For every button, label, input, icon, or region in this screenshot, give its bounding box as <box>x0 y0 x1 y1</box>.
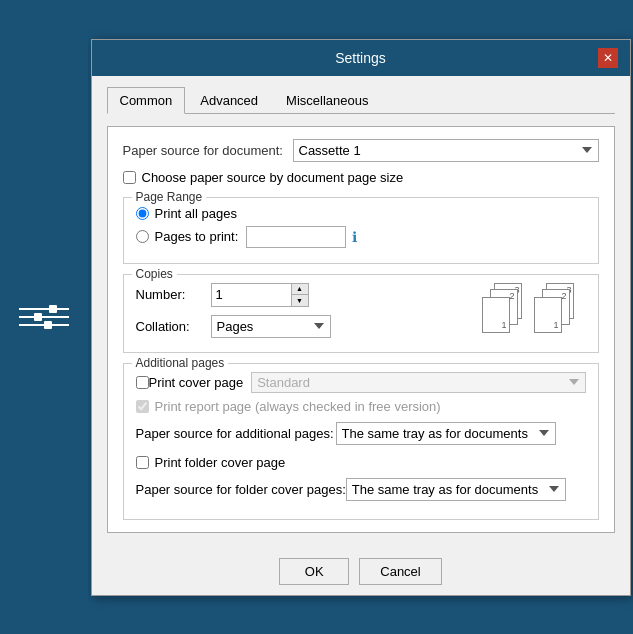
paper-source-folder-row: Paper source for folder cover pages: The… <box>136 478 586 501</box>
additional-pages-label: Additional pages <box>132 356 229 370</box>
info-icon: ℹ <box>352 229 357 245</box>
dialog-title: Settings <box>124 50 598 66</box>
collation-row: Collation: Pages Copies <box>136 315 462 338</box>
print-folder-row: Print folder cover page <box>136 455 586 470</box>
pages-to-print-radio[interactable] <box>136 230 149 243</box>
print-all-radio[interactable] <box>136 207 149 220</box>
page-range-group: Page Range Print all pages Pages to prin… <box>123 197 599 264</box>
number-input[interactable] <box>211 283 291 307</box>
paper-source-folder-select[interactable]: The same tray as for documents <box>346 478 566 501</box>
print-report-row: Print report page (always checked in fre… <box>136 399 586 414</box>
number-spinner: ▲ ▼ <box>211 283 309 307</box>
choose-paper-label: Choose paper source by document page siz… <box>142 170 404 185</box>
slider-handle-3 <box>44 321 52 329</box>
print-all-row: Print all pages <box>136 206 586 221</box>
tab-miscellaneous[interactable]: Miscellaneous <box>273 87 381 114</box>
print-folder-checkbox[interactable] <box>136 456 149 469</box>
copies-group-label: Copies <box>132 267 177 281</box>
page-num-2b: 2 <box>561 291 566 301</box>
sidebar <box>0 0 88 634</box>
number-label: Number: <box>136 287 211 302</box>
cancel-button[interactable]: Cancel <box>359 558 441 585</box>
page-num-1a: 1 <box>501 320 506 330</box>
slider-handle-1 <box>49 305 57 313</box>
tab-common[interactable]: Common <box>107 87 186 114</box>
print-report-label: Print report page (always checked in fre… <box>155 399 441 414</box>
page-stack-1: 3 2 1 <box>482 283 522 333</box>
print-report-checkbox <box>136 400 149 413</box>
collation-label: Collation: <box>136 319 211 334</box>
paper-source-folder-label: Paper source for folder cover pages: <box>136 482 346 497</box>
page-stack-2: 3 2 1 <box>534 283 574 333</box>
paper-source-add-label: Paper source for additional pages: <box>136 426 336 441</box>
paper-source-add-select[interactable]: The same tray as for documents <box>336 422 556 445</box>
spinner-up-btn[interactable]: ▲ <box>292 284 308 295</box>
number-row: Number: ▲ ▼ <box>136 283 462 307</box>
choose-paper-checkbox[interactable] <box>123 171 136 184</box>
print-folder-label: Print folder cover page <box>155 455 286 470</box>
close-button[interactable]: ✕ <box>598 48 618 68</box>
page-front-2: 1 <box>534 297 562 333</box>
page-num-1b: 1 <box>553 320 558 330</box>
paper-source-add-row: Paper source for additional pages: The s… <box>136 422 586 445</box>
copies-group: Copies Number: ▲ ▼ <box>123 274 599 353</box>
choose-paper-row: Choose paper source by document page siz… <box>123 170 599 185</box>
paper-source-select[interactable]: Cassette 1 <box>293 139 599 162</box>
print-cover-checkbox[interactable] <box>136 376 149 389</box>
pages-to-print-row: Pages to print: ℹ <box>136 226 586 248</box>
ok-button[interactable]: OK <box>279 558 349 585</box>
collation-icons: 3 2 1 3 <box>482 283 586 333</box>
tab-bar: Common Advanced Miscellaneous <box>107 86 615 114</box>
additional-pages-group: Additional pages Print cover page Standa… <box>123 363 599 520</box>
print-cover-row: Print cover page Standard <box>136 372 586 393</box>
dialog-footer: OK Cancel <box>92 548 630 595</box>
dialog-body: Common Advanced Miscellaneous Paper sour… <box>92 76 630 548</box>
cover-style-select: Standard <box>251 372 585 393</box>
spinner-buttons: ▲ ▼ <box>291 283 309 307</box>
print-all-label: Print all pages <box>155 206 237 221</box>
paper-source-label: Paper source for document: <box>123 143 293 158</box>
page-num-2a: 2 <box>509 291 514 301</box>
settings-dialog: Settings ✕ Common Advanced Miscellaneous… <box>91 39 631 596</box>
slider-line-1 <box>19 308 69 310</box>
pages-to-print-input[interactable] <box>246 226 346 248</box>
tab-content-common: Paper source for document: Cassette 1 Ch… <box>107 126 615 533</box>
slider-line-2 <box>19 316 69 318</box>
slider-handle-2 <box>34 313 42 321</box>
slider-line-3 <box>19 324 69 326</box>
tab-advanced[interactable]: Advanced <box>187 87 271 114</box>
title-bar: Settings ✕ <box>92 40 630 76</box>
spinner-down-btn[interactable]: ▼ <box>292 295 308 306</box>
collation-select[interactable]: Pages Copies <box>211 315 331 338</box>
settings-icon <box>19 308 69 326</box>
paper-source-row: Paper source for document: Cassette 1 <box>123 139 599 162</box>
pages-to-print-label: Pages to print: <box>155 229 239 244</box>
print-cover-label: Print cover page <box>149 375 244 390</box>
page-range-group-label: Page Range <box>132 190 207 204</box>
page-front-1: 1 <box>482 297 510 333</box>
